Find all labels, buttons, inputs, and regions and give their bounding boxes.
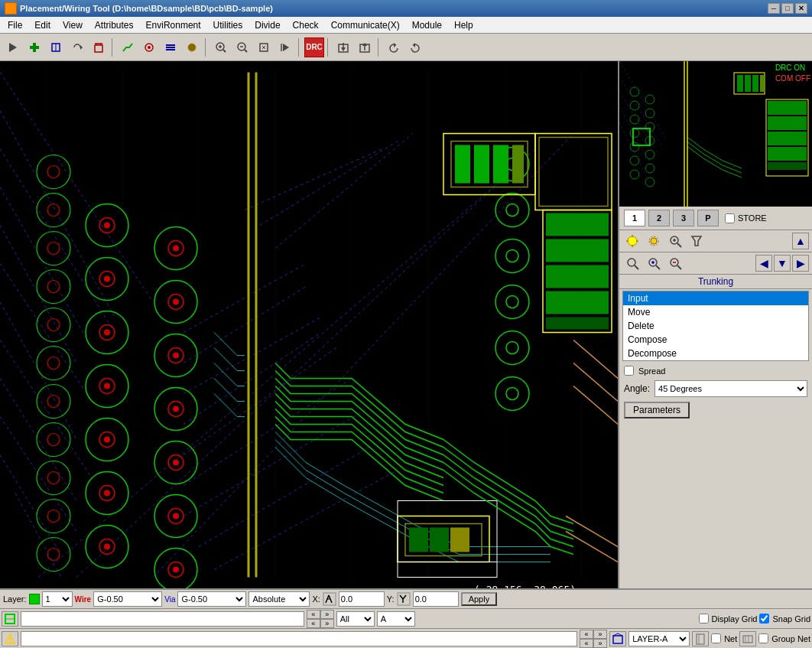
tb-redo-btn[interactable] — [405, 37, 425, 57]
a-select[interactable]: AB — [377, 611, 415, 627]
com-status: COM OFF — [775, 73, 810, 84]
tb-component-btn[interactable] — [46, 37, 66, 57]
svg-rect-161 — [546, 317, 609, 330]
tb-zoom-all-btn[interactable] — [254, 37, 274, 57]
tb-undo-btn[interactable] — [384, 37, 404, 57]
pcb-canvas[interactable]: ( 29.156, 38.065) — [0, 61, 618, 588]
maximize-button[interactable]: □ — [781, 3, 794, 14]
nav-dn-right[interactable]: » — [320, 619, 334, 628]
tb-bus-btn[interactable] — [161, 37, 180, 57]
all-select[interactable]: AllCurrent — [336, 611, 375, 627]
tb-pad-btn[interactable] — [182, 37, 202, 57]
display-grid-check[interactable] — [699, 614, 709, 624]
bot-icon-1[interactable] — [2, 611, 18, 627]
menu-communicate[interactable]: Communicate(X) — [325, 18, 406, 32]
svg-rect-159 — [546, 265, 609, 288]
net-check-row: Net — [711, 633, 737, 643]
tb-via-btn[interactable] — [139, 37, 159, 57]
layer-select[interactable]: 123 — [42, 591, 73, 607]
menu-list-item-decompose[interactable]: Decompose — [623, 347, 808, 360]
nav2-up-right[interactable]: » — [593, 630, 607, 639]
tab-3[interactable]: 3 — [673, 210, 694, 226]
tb-import-btn[interactable] — [333, 37, 353, 57]
rp-nav-left[interactable]: ◀ — [755, 255, 772, 272]
rp-nav-right[interactable]: ▶ — [792, 255, 809, 272]
net-check[interactable] — [711, 633, 721, 643]
svg-point-216 — [651, 238, 657, 244]
menu-list-item-move[interactable]: Move — [623, 305, 808, 319]
tb-arrow-btn[interactable] — [3, 37, 23, 57]
menu-list-item-delete[interactable]: Delete — [623, 319, 808, 333]
tb-zoom-out-btn[interactable] — [232, 37, 252, 57]
rp-zoom-custom-btn[interactable] — [665, 232, 685, 250]
rp-nav-down[interactable]: ▼ — [774, 255, 791, 272]
tab-p[interactable]: P — [697, 210, 719, 226]
menu-view[interactable]: View — [57, 18, 89, 32]
group-net-check[interactable] — [758, 633, 768, 643]
tab-2[interactable]: 2 — [648, 210, 670, 226]
svg-rect-195 — [737, 75, 743, 92]
tab-1[interactable]: 1 — [624, 210, 645, 226]
svg-rect-204 — [768, 162, 807, 170]
tb-move-btn[interactable] — [24, 37, 44, 57]
rp-search-plus-btn[interactable] — [644, 254, 664, 272]
menu-help[interactable]: Help — [448, 18, 479, 32]
close-button[interactable]: ✕ — [795, 3, 807, 14]
store-checkbox[interactable] — [725, 213, 735, 223]
bot-icon-2[interactable] — [2, 631, 18, 646]
menu-check[interactable]: Check — [287, 18, 325, 32]
layer-color-box — [29, 594, 40, 604]
mini-map[interactable]: DRC ON COM OFF — [619, 61, 812, 207]
spread-checkbox[interactable] — [624, 366, 634, 376]
menu-environment[interactable]: EnviRonment — [140, 18, 207, 32]
nav2-dn-right[interactable]: » — [593, 639, 607, 648]
coord-y-input[interactable] — [413, 591, 459, 607]
rp-nav-up[interactable]: ▲ — [792, 233, 809, 249]
angle-select[interactable]: 45 Degrees 0 Degrees 90 Degrees 135 Degr… — [654, 380, 807, 397]
layer-icon[interactable] — [609, 631, 626, 646]
menu-divide[interactable]: Divide — [248, 18, 286, 32]
nav2-dn-left[interactable]: « — [580, 639, 593, 648]
tb-delete-btn[interactable] — [89, 37, 109, 57]
snap-grid-check[interactable] — [759, 614, 769, 624]
store-label: STORE — [738, 213, 767, 223]
via-select[interactable]: G-0.50G-0.25G-1.00 — [177, 591, 246, 607]
menu-list-item-compose[interactable]: Compose — [623, 333, 808, 347]
layer-a-select[interactable]: LAYER-ALAYER-B — [628, 631, 690, 646]
parameters-button[interactable]: Parameters — [624, 402, 690, 418]
bot-text-1[interactable] — [21, 611, 304, 627]
tb-export-btn[interactable] — [355, 37, 375, 57]
menu-utilities[interactable]: Utilities — [207, 18, 249, 32]
bot-text-2[interactable] — [21, 631, 577, 646]
svg-rect-202 — [768, 132, 807, 145]
menu-attributes[interactable]: Attributes — [89, 18, 140, 32]
rp-search-btn[interactable] — [622, 254, 642, 272]
nav-up-left[interactable]: « — [307, 610, 320, 619]
tb-arrow-back-btn[interactable] — [275, 37, 295, 57]
svg-point-91 — [104, 490, 110, 497]
minimize-button[interactable]: ─ — [768, 3, 780, 14]
coord-type-select[interactable]: AbsoluteRelative — [248, 591, 310, 607]
apply-button[interactable]: Apply — [461, 592, 498, 606]
coord-y-label: Y: — [387, 594, 395, 604]
rp-light-btn[interactable] — [622, 232, 642, 250]
rp-search-minus-btn[interactable] — [665, 254, 685, 272]
menu-module[interactable]: Module — [406, 18, 448, 32]
menu-list-item-input[interactable]: Input — [623, 291, 808, 305]
svg-point-82 — [104, 330, 110, 336]
nav-dn-left[interactable]: « — [307, 619, 320, 628]
tb-wire-btn[interactable] — [118, 37, 138, 57]
wire-select[interactable]: G-0.50G-0.25G-1.00 — [93, 591, 162, 607]
tb-zoom-in-btn[interactable] — [211, 37, 231, 57]
rp-filter-btn[interactable] — [687, 232, 706, 250]
menu-edit[interactable]: Edit — [28, 18, 57, 32]
main-content: ( 29.156, 38.065) — [0, 61, 812, 588]
nav2-up-left[interactable]: « — [580, 630, 593, 639]
coord-x-input[interactable] — [339, 591, 385, 607]
drc-status: DRC ON — [775, 63, 810, 73]
rp-sun-btn[interactable] — [644, 232, 664, 250]
menu-file[interactable]: File — [2, 18, 28, 32]
nav-up-right[interactable]: » — [320, 610, 334, 619]
tb-drc-btn[interactable]: DRC — [304, 37, 324, 57]
tb-rotate-btn[interactable] — [67, 37, 87, 57]
